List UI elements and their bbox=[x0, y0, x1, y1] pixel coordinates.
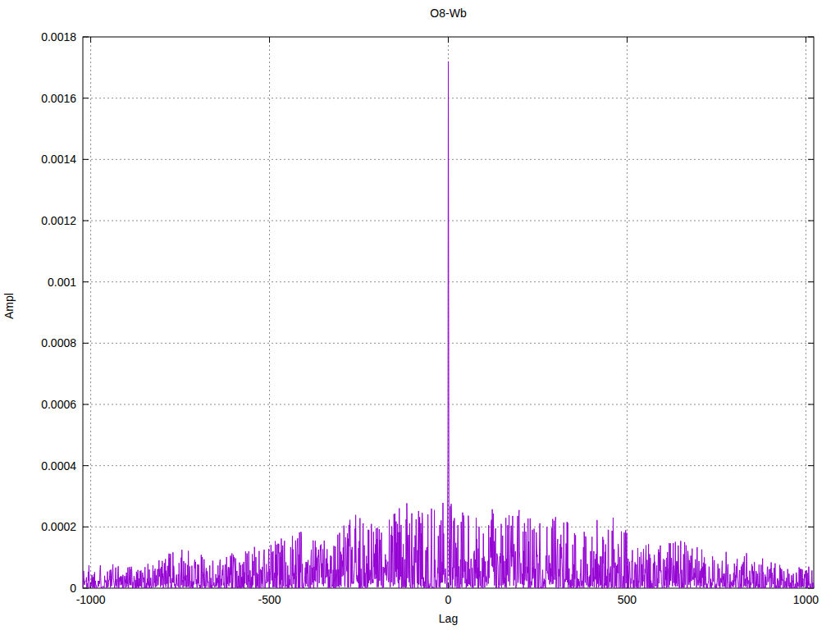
y-tick-label: 0.0018 bbox=[0, 30, 76, 43]
x-tick-label: 500 bbox=[594, 593, 660, 606]
plot-area bbox=[0, 0, 840, 630]
gnuplot-window: O8-Wb Ampl Lag 00.00020.00040.00060.0008… bbox=[0, 0, 840, 630]
x-tick-label: 0 bbox=[416, 593, 482, 606]
x-tick-label: 1000 bbox=[773, 593, 838, 606]
y-tick-label: 0.0016 bbox=[0, 92, 76, 105]
y-tick-label: 0.0014 bbox=[0, 153, 76, 166]
y-tick-label: 0.0004 bbox=[0, 459, 76, 472]
y-tick-label: 0.0008 bbox=[0, 336, 76, 349]
x-tick-label: -1000 bbox=[58, 593, 124, 606]
y-tick-label: 0.0002 bbox=[0, 520, 76, 533]
x-tick-label: -500 bbox=[237, 593, 303, 606]
y-tick-label: 0.0012 bbox=[0, 214, 76, 227]
y-tick-label: 0.0006 bbox=[0, 398, 76, 411]
y-tick-label: 0.001 bbox=[0, 276, 76, 289]
